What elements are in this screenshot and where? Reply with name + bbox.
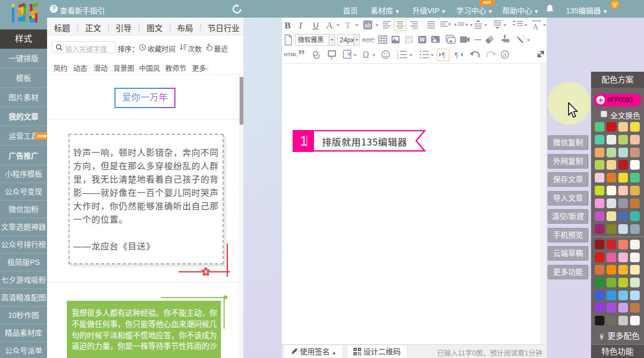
svg-text:Ω: Ω	[363, 50, 369, 59]
svg-text:W: W	[407, 37, 411, 43]
svg-text:A: A	[326, 20, 333, 31]
svg-text:ABC: ABC	[362, 37, 375, 43]
svg-text:T: T	[330, 55, 333, 60]
svg-text:微软雅黑: 微软雅黑	[298, 35, 324, 44]
svg-text:1: 1	[300, 133, 308, 148]
svg-text:”: ”	[298, 48, 305, 63]
svg-text:¶: ¶	[442, 51, 446, 59]
svg-text:HTML: HTML	[284, 52, 297, 57]
svg-text:I: I	[298, 20, 303, 31]
svg-text:24px: 24px	[340, 36, 355, 44]
svg-text:a: a	[503, 51, 507, 58]
svg-text:ab: ab	[365, 22, 371, 28]
svg-text:3: 3	[397, 56, 399, 59]
svg-text:U: U	[313, 20, 319, 29]
svg-text:A: A	[533, 23, 539, 31]
svg-text:W: W	[420, 37, 425, 43]
svg-text:B: B	[285, 20, 290, 31]
svg-text:¶: ¶	[455, 51, 458, 59]
svg-text:T: T	[345, 20, 351, 31]
